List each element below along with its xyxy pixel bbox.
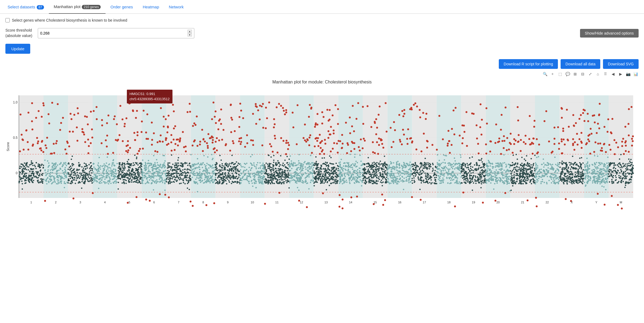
grid-icon[interactable]: ⠿ bbox=[602, 71, 608, 77]
spinner-down[interactable]: ▼ bbox=[188, 33, 192, 36]
manhattan-canvas[interactable] bbox=[5, 90, 639, 214]
comment-icon[interactable]: 💬 bbox=[565, 71, 571, 77]
update-button[interactable]: Update bbox=[5, 44, 30, 54]
camera-icon[interactable]: 📷 bbox=[625, 71, 631, 77]
zoom-icon[interactable]: 🔍 bbox=[542, 71, 548, 77]
score-label: Score threshold (absolute value) bbox=[5, 28, 32, 38]
tab-heatmap[interactable]: Heatmap bbox=[138, 0, 164, 14]
tabs-bar: Select datasets87Manhattan plot210 genes… bbox=[0, 0, 644, 14]
plus-icon[interactable]: ＋ bbox=[550, 71, 555, 77]
pathway-checkbox[interactable] bbox=[5, 18, 10, 22]
download-row: Download R script for plotting Download … bbox=[5, 59, 639, 69]
zoom-in-icon[interactable]: ⊞ bbox=[572, 71, 578, 77]
tab-select-datasets[interactable]: Select datasets87 bbox=[3, 0, 49, 14]
tab-order-genes[interactable]: Order genes bbox=[106, 0, 138, 14]
download-svg-button[interactable]: Download SVG bbox=[603, 59, 639, 69]
score-input-wrap: ▲ ▼ bbox=[38, 28, 194, 38]
advanced-options-button[interactable]: Show/Hide advanced options bbox=[580, 29, 639, 38]
download-all-button[interactable]: Download all data bbox=[561, 59, 600, 69]
spinner-up[interactable]: ▲ bbox=[188, 30, 192, 33]
home-icon[interactable]: ⌂ bbox=[595, 71, 601, 77]
expand-icon[interactable]: ⤢ bbox=[587, 71, 593, 77]
score-row: Score threshold (absolute value) ▲ ▼ Sho… bbox=[5, 28, 639, 38]
select-box-icon[interactable]: ⬚ bbox=[557, 71, 563, 77]
download-r-button[interactable]: Download R script for plotting bbox=[499, 59, 558, 69]
next-icon[interactable]: ▶ bbox=[618, 71, 623, 77]
bar-chart-icon[interactable]: 📊 bbox=[633, 71, 639, 77]
chart-container: HMGCS1: 0.991 chr5:43289395-43313512 bbox=[5, 90, 639, 220]
checkbox-label: Select genes where Cholesterol biosynthe… bbox=[12, 18, 127, 22]
prev-icon[interactable]: ◀ bbox=[610, 71, 616, 77]
tab-manhattan-plot[interactable]: Manhattan plot210 genes bbox=[49, 0, 106, 14]
main-content: Select genes where Cholesterol biosynthe… bbox=[0, 14, 644, 224]
zoom-out-icon[interactable]: ⊟ bbox=[580, 71, 586, 77]
chart-title: Manhattan plot for module: Cholesterol b… bbox=[5, 80, 639, 85]
tab-network[interactable]: Network bbox=[164, 0, 189, 14]
checkbox-row: Select genes where Cholesterol biosynthe… bbox=[5, 18, 639, 22]
toolbar-icons: 🔍 ＋ ⬚ 💬 ⊞ ⊟ ⤢ ⌂ ⠿ ◀ ▶ 📷 📊 bbox=[5, 71, 639, 77]
score-input[interactable] bbox=[40, 31, 188, 35]
spinner-buttons: ▲ ▼ bbox=[188, 30, 192, 36]
